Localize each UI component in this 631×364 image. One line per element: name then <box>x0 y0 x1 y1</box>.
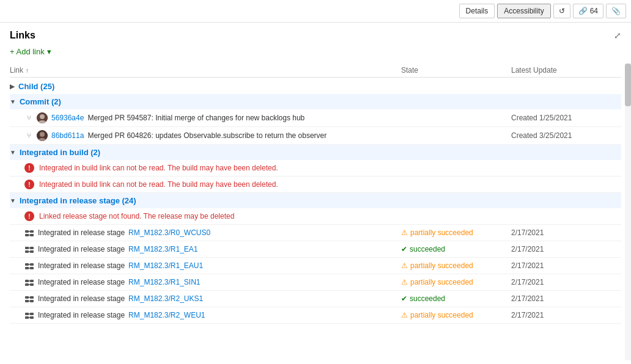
release-error: ! Linked release stage not found. The re… <box>10 208 621 225</box>
release-stage-icon-3 <box>24 261 34 271</box>
child-group-row[interactable]: ▶ Child (25) <box>10 79 621 94</box>
add-link-label: + Add link <box>10 47 45 56</box>
release-stage-icon-5 <box>24 294 34 304</box>
commit-date-1: Created 1/25/2021 <box>511 114 621 122</box>
release-item-link-5[interactable]: RM_M182.3/R2_UKS1 <box>128 294 203 303</box>
svg-rect-18 <box>25 263 29 266</box>
svg-rect-37 <box>30 313 34 315</box>
commit-date-2: Created 3/25/2021 <box>511 131 621 140</box>
release-stage-icon-1 <box>24 228 34 238</box>
release-item-5: Integrated in release stage RM_M182.3/R2… <box>10 291 621 307</box>
svg-point-4 <box>40 132 45 137</box>
commit-hash-1[interactable]: 56936a4e <box>51 114 84 122</box>
release-date-1: 2/17/2021 <box>511 228 621 237</box>
release-item-4: Integrated in release stage RM_M182.3/R1… <box>10 274 621 291</box>
commit-msg-1: Merged PR 594587: Initial merge of chang… <box>87 114 304 122</box>
commit-msg-2: Merged PR 604826: updates Observable.sub… <box>87 131 327 140</box>
release-item-link-4[interactable]: RM_M182.3/R1_SIN1 <box>128 278 200 286</box>
release-item-2: Integrated in release stage RM_M182.3/R1… <box>10 241 621 258</box>
svg-rect-39 <box>30 316 34 319</box>
svg-rect-9 <box>30 234 34 236</box>
links-header: Links ⤢ <box>10 30 621 41</box>
build-error-1: ! Integrated in build link can not be re… <box>10 160 621 177</box>
release-error-text: Linked release stage not found. The rele… <box>39 212 234 220</box>
release-item-prefix-2: Integrated in release stage <box>38 245 125 253</box>
release-item-prefix-3: Integrated in release stage <box>38 261 125 270</box>
release-date-5: 2/17/2021 <box>511 294 621 303</box>
error-icon-2: ! <box>24 180 34 189</box>
build-error-text-2: Integrated in build link can not be read… <box>39 180 278 189</box>
release-item-prefix-5: Integrated in release stage <box>38 294 125 303</box>
svg-rect-33 <box>30 300 34 302</box>
sort-ascending-icon: ↑ <box>26 67 29 74</box>
release-item-link-3[interactable]: RM_M182.3/R1_EAU1 <box>128 261 203 270</box>
svg-rect-30 <box>25 296 29 299</box>
scrollbar-track[interactable] <box>625 64 631 360</box>
svg-rect-6 <box>25 230 29 233</box>
commit-item-1: ⑂ 56936a4e Merged PR 594587: Initial mer… <box>10 109 621 127</box>
links-title: Links <box>10 30 35 41</box>
release-item-3: Integrated in release stage RM_M182.3/R1… <box>10 258 621 274</box>
add-link-button[interactable]: + Add link ▾ <box>10 47 51 56</box>
release-item-link-6[interactable]: RM_M182.3/R2_WEU1 <box>128 311 205 319</box>
integrated-build-label: Integrated in build (2) <box>20 148 100 157</box>
release-state-2: ✔ succeeded <box>401 245 511 253</box>
release-item-link-1[interactable]: RM_M182.3/R0_WCUS0 <box>128 228 210 237</box>
state-column-header: State <box>401 66 511 75</box>
svg-rect-25 <box>30 280 34 282</box>
commit-item-2: ⑂ 86bd611a Merged PR 604826: updates Obs… <box>10 127 621 145</box>
latest-update-column-header: Latest Update <box>511 66 621 75</box>
chevron-down-icon-release: ▼ <box>10 197 16 204</box>
top-bar: Details Accessibility ↺ 🔗 64 📎 <box>0 0 631 23</box>
check-icon-2: ✔ <box>401 294 407 303</box>
chevron-down-icon-build: ▼ <box>10 149 16 156</box>
details-button[interactable]: Details <box>459 4 495 18</box>
history-button[interactable]: ↺ <box>553 4 570 18</box>
expand-icon[interactable]: ⤢ <box>614 31 621 40</box>
column-headers: Link ↑ State Latest Update <box>10 64 621 78</box>
svg-rect-14 <box>25 250 29 253</box>
chevron-down-icon: ▼ <box>10 98 16 105</box>
release-stage-icon-2 <box>24 244 34 254</box>
release-item-prefix-1: Integrated in release stage <box>38 228 125 237</box>
release-stage-icon-6 <box>24 310 34 320</box>
commit-group-label: Commit (2) <box>20 97 61 106</box>
main-content: Links ⤢ + Add link ▾ Link ↑ State Latest… <box>0 23 631 360</box>
release-date-3: 2/17/2021 <box>511 261 621 270</box>
release-date-2: 2/17/2021 <box>511 245 621 253</box>
chevron-right-icon: ▶ <box>10 83 15 90</box>
child-group-label: Child (25) <box>18 82 54 91</box>
link-icon: 🔗 <box>578 7 588 15</box>
accessibility-button[interactable]: Accessibility <box>497 4 550 18</box>
release-date-6: 2/17/2021 <box>511 311 621 319</box>
release-item-1: Integrated in release stage RM_M182.3/R0… <box>10 225 621 241</box>
release-item-prefix-4: Integrated in release stage <box>38 278 125 286</box>
release-date-4: 2/17/2021 <box>511 278 621 286</box>
release-state-1: ⚠ partially succeeded <box>401 228 511 237</box>
error-icon-1: ! <box>24 163 34 173</box>
integrated-build-group-row[interactable]: ▼ Integrated in build (2) <box>10 145 621 160</box>
integrated-release-group-row[interactable]: ▼ Integrated in release stage (24) <box>10 193 621 208</box>
svg-rect-19 <box>30 263 34 266</box>
svg-rect-12 <box>25 247 29 249</box>
svg-rect-7 <box>30 230 34 233</box>
release-item-link-2[interactable]: RM_M182.3/R1_EA1 <box>128 245 197 253</box>
commit-hash-2[interactable]: 86bd611a <box>51 131 84 140</box>
release-state-3: ⚠ partially succeeded <box>401 261 511 270</box>
commit-branch-icon: ⑂ <box>24 114 33 122</box>
attach-button[interactable]: 📎 <box>606 4 626 18</box>
release-state-4: ⚠ partially succeeded <box>401 278 511 286</box>
history-icon: ↺ <box>559 7 565 15</box>
release-state-6: ⚠ partially succeeded <box>401 311 511 319</box>
svg-rect-13 <box>30 247 34 249</box>
svg-rect-38 <box>25 316 29 319</box>
svg-rect-20 <box>25 267 29 269</box>
svg-rect-21 <box>30 267 34 269</box>
link-column-header[interactable]: Link ↑ <box>10 66 401 75</box>
scrollbar-thumb[interactable] <box>625 64 631 106</box>
commit-group-row[interactable]: ▼ Commit (2) <box>10 94 621 109</box>
warning-icon-1: ⚠ <box>401 228 408 237</box>
links-button[interactable]: 🔗 64 <box>573 4 603 18</box>
warning-icon-4: ⚠ <box>401 278 408 286</box>
check-icon-1: ✔ <box>401 245 407 253</box>
